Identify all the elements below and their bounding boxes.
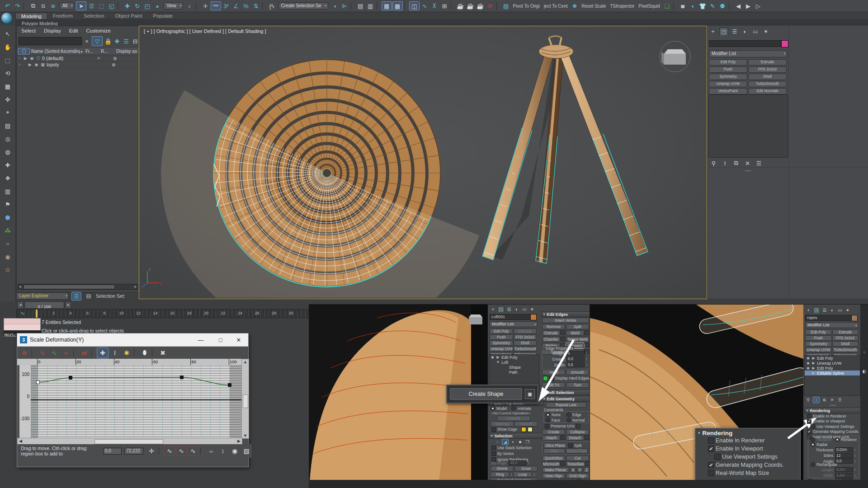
explorer-row-layer-default[interactable]: ◔ ▶ ◉ ☰ 0 (default) ✲ ◍ [17,55,139,61]
edge-radio[interactable] [566,413,571,417]
hierarchy-icon[interactable]: ⊟ [132,37,139,46]
pan-icon[interactable]: ✛ [146,446,157,456]
rectangular-selection-region-icon[interactable]: ⬚ [97,1,106,10]
minimize-icon[interactable]: — [192,337,209,343]
ffd-2x2x2-button[interactable]: FFD 2x2x2 [748,66,787,73]
tool-icon-marquee[interactable]: ⬚ [3,56,13,65]
tool-icon-hand[interactable]: ✋ [3,42,13,52]
z-button[interactable]: Z [584,467,590,473]
scroll-left-icon[interactable]: ◂ [19,284,21,289]
shrink-button[interactable]: Shrink [491,466,514,471]
length-field[interactable]: 6,0m [835,467,853,472]
expand-icon[interactable]: ▶ [811,366,816,370]
motion-tab-icon[interactable]: ◐ [829,307,835,313]
asset-icon-rock[interactable]: ⬢ [3,213,13,222]
explorer-row-lopoly[interactable]: ◔ ▶ ◉ ▦ lopoly ◍ [17,61,139,68]
script-button-pixelsquid[interactable]: PixelSquid [637,1,661,10]
sd-plot[interactable] [31,365,241,438]
ribbon-tab-freeform[interactable]: Freeform [47,13,79,19]
extrude-button[interactable]: Extrude [514,328,537,334]
sd-vthumb[interactable] [243,394,248,408]
cancel-button[interactable]: Cancel [514,421,538,427]
tool-icon-move[interactable]: ✜ [3,95,13,104]
stack-item-loft[interactable]: ▼Loft [489,360,539,365]
schematic-view-icon[interactable]: ▩ [392,1,403,10]
select-and-scale-icon[interactable]: ◰ [142,1,152,10]
use-stack-selection-checkbox[interactable] [491,446,496,450]
swap-deform-curves-icon[interactable]: ⇄ [79,348,90,358]
shell-button[interactable]: Shell [514,340,537,346]
keyboard-override-icon[interactable]: ⌤ [211,1,221,10]
reference-coordinate-dropdown[interactable]: View [164,2,183,9]
insert-vertex-button[interactable]: Insert Vertex [542,318,589,323]
frozen-cell-icon[interactable]: ✲ [96,56,101,61]
spinner-arrows-icon[interactable]: ↕ [585,363,587,367]
gradient-square-icon[interactable]: ◧ [862,369,868,374]
reset-plane-button[interactable]: Reset Plane [566,448,588,454]
curve-control-point[interactable] [37,380,40,384]
zoom-vertically-icon[interactable]: ↕ [217,446,228,456]
rollout-edit-edges[interactable]: ▾Edit Edges [541,311,590,317]
zoom-region-icon[interactable]: ▧ [241,446,252,456]
reset-curve-mouse-icon[interactable]: ⬮ [139,348,150,358]
make-unique-icon[interactable]: ⧉ [731,159,741,168]
align-icon[interactable]: ⊫ [340,1,349,10]
tool-icon-circle[interactable]: ◎ [3,134,13,143]
layer-hierarchy-icon[interactable]: ⊟ [84,291,93,300]
split-button[interactable]: Split [566,324,589,329]
use-pivot-point-icon[interactable]: ♁ [185,1,194,10]
create-tab-icon[interactable]: ＋ [805,307,811,313]
display-xy-axes-icon[interactable]: ≈ [61,348,71,358]
edit-poly-button[interactable]: Edit Poly [805,329,832,335]
layer-explorer-dropdown[interactable]: Layer Explorer [16,292,69,300]
ffd-2x2x2-button[interactable]: FFD 2x2x2 [832,335,859,341]
time-slider[interactable]: 0 / 100 [24,301,64,309]
x-button[interactable]: X [570,467,576,473]
expand-icon[interactable]: ▶ [496,355,500,359]
tool-icon-target[interactable]: ⌖ [3,108,13,117]
delete-control-point-icon[interactable]: ✖ [157,348,168,358]
sd-hthumb[interactable] [94,439,163,444]
cube-green-icon[interactable]: ❏ [662,1,672,10]
stack-item-edit-poly[interactable]: ◉▶Edit Poly [805,356,860,361]
add-icon[interactable]: ✚ [113,37,121,46]
render-cell-icon[interactable]: ◍ [113,56,118,61]
loft-modifier-list[interactable]: Modifier List [490,321,538,327]
create-tab-icon[interactable]: ＋ [490,306,496,312]
msmooth-settings-box[interactable] [561,461,565,466]
edit-poly-button[interactable]: Edit Poly [709,59,747,66]
make-unique-icon[interactable]: ⧉ [821,397,827,403]
ribbon-tab-object-paint[interactable]: Object Paint [110,13,148,19]
tool-icon-cells[interactable]: ▦ [3,82,13,91]
rollout-grip[interactable] [830,405,836,406]
select-and-move-icon[interactable]: ✚ [123,1,132,10]
connect-settings-box[interactable] [585,343,589,347]
unwrap-uvw-button[interactable]: Unwrap UVW [709,81,747,87]
hard-edge-color-swatch[interactable] [543,376,548,381]
model-radio[interactable] [491,406,495,411]
shell-button[interactable]: Shell [748,74,787,80]
menu-select[interactable]: Select [21,27,36,34]
remove-button[interactable]: Remove [542,324,565,329]
render-iterative-teapot-icon[interactable]: ☕ [466,1,475,10]
spinner-arrows-icon[interactable]: ↕ [854,454,856,458]
remove-modifier-icon[interactable]: ✕ [743,159,752,168]
symmetry-button[interactable]: Symmetry [805,341,832,347]
target-weld-button[interactable]: Target Weld [566,337,589,342]
sides-field[interactable]: 12 [835,453,853,458]
named-selection-brace-icon[interactable]: {ϟ [267,1,277,10]
spinner-snap-icon[interactable]: ⇅ [251,1,261,10]
extrude-button[interactable]: Extrude [542,330,560,336]
curve-editor-icon[interactable]: ▦ [382,1,392,10]
modifier-stack-box[interactable] [708,94,788,158]
object-name-field[interactable] [709,40,781,47]
slate-material-icon[interactable]: ∿ [420,1,429,10]
cloth-tool-icon[interactable]: 👕 [698,1,708,10]
render-setup-icon[interactable]: ⊼ [430,1,439,10]
tool-icon-layers[interactable]: ▥ [3,187,13,196]
biped-tool-icon[interactable]: ⚉ [718,1,727,10]
turbosmooth-button[interactable]: TurboSmooth [832,347,859,352]
loft-stack-box[interactable]: ◉▶Edit Poly▼LoftShapePath [489,354,539,387]
pin-stack-icon[interactable]: ⚲ [805,397,811,403]
render-appliance-icon[interactable]: ◙ [678,1,688,10]
